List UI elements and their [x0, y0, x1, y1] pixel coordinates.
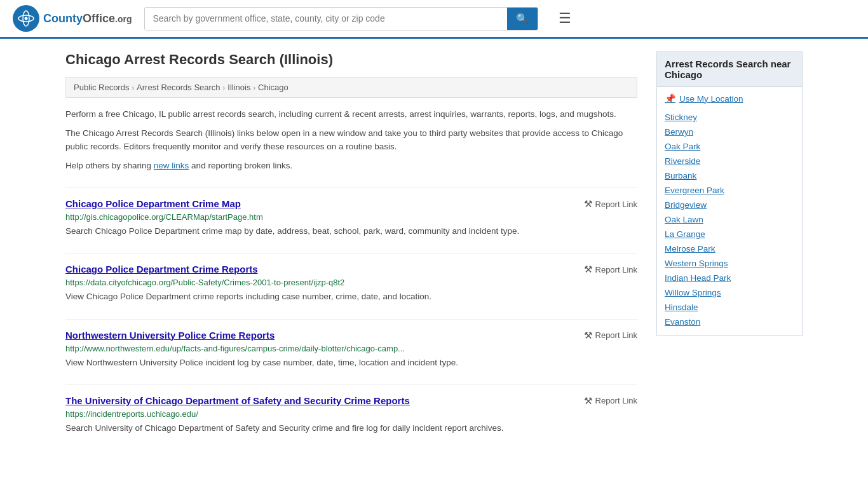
report-link-2[interactable]: ⚒ Report Link [584, 264, 637, 275]
result-url-link-3[interactable]: http://www.northwestern.edu/up/facts-and… [65, 344, 405, 353]
result-desc-1: Search Chicago Police Department crime m… [65, 225, 637, 238]
result-item-4: The University of Chicago Department of … [65, 384, 637, 435]
result-title-1[interactable]: Chicago Police Department Crime Map [65, 198, 241, 209]
sidebar-link-oak-lawn[interactable]: Oak Lawn [665, 212, 794, 227]
sidebar-link-evergreen-park[interactable]: Evergreen Park [665, 183, 794, 198]
sidebar-link-bridgeview[interactable]: Bridgeview [665, 198, 794, 212]
breadcrumb-arrest-records[interactable]: Arrest Records Search [137, 83, 220, 92]
breadcrumb-illinois[interactable]: Illinois [227, 83, 250, 92]
result-item-1: Chicago Police Department Crime Map ⚒ Re… [65, 187, 637, 238]
sidebar-link-stickney[interactable]: Stickney [665, 110, 794, 125]
breadcrumb-sep-3: › [253, 84, 255, 92]
logo-icon [13, 5, 39, 32]
sidebar-link-western-springs[interactable]: Western Springs [665, 256, 794, 271]
report-link-1[interactable]: ⚒ Report Link [584, 198, 637, 210]
sidebar-body: 📌 Use My Location Stickney Berwyn Oak Pa… [656, 87, 803, 336]
content-area: Chicago Arrest Records Search (Illinois)… [65, 51, 637, 435]
report-link-icon-3: ⚒ [584, 330, 592, 341]
result-url-1: http://gis.chicagopolice.org/CLEARMap/st… [65, 212, 637, 222]
search-input[interactable] [145, 8, 507, 30]
logo-text: CountyOffice.org [43, 12, 132, 25]
result-url-3: http://www.northwestern.edu/up/facts-and… [65, 344, 637, 353]
result-url-link-1[interactable]: http://gis.chicagopolice.org/CLEARMap/st… [65, 212, 263, 222]
report-link-4[interactable]: ⚒ Report Link [584, 395, 637, 407]
logo-link[interactable]: CountyOffice.org [13, 5, 132, 32]
breadcrumb-public-records[interactable]: Public Records [74, 83, 129, 92]
sidebar-link-la-grange[interactable]: La Grange [665, 227, 794, 241]
site-header: CountyOffice.org 🔍 ☰ [0, 0, 868, 39]
result-title-3[interactable]: Northwestern University Police Crime Rep… [65, 330, 275, 341]
result-url-2: https://data.cityofchicago.org/Public-Sa… [65, 278, 637, 287]
sidebar-link-burbank[interactable]: Burbank [665, 168, 794, 183]
sidebar-link-indian-head-park[interactable]: Indian Head Park [665, 271, 794, 285]
location-pin-icon: 📌 [665, 93, 675, 104]
result-url-link-2[interactable]: https://data.cityofchicago.org/Public-Sa… [65, 278, 344, 287]
result-item-3: Northwestern University Police Crime Rep… [65, 319, 637, 369]
description-2: The Chicago Arrest Records Search (Illin… [65, 127, 637, 153]
sidebar-link-melrose-park[interactable]: Melrose Park [665, 241, 794, 256]
sidebar-link-berwyn[interactable]: Berwyn [665, 125, 794, 139]
result-url-link-4[interactable]: https://incidentreports.uchicago.edu/ [65, 409, 198, 419]
sidebar-link-hinsdale[interactable]: Hinsdale [665, 300, 794, 315]
use-my-location-link[interactable]: 📌 Use My Location [665, 93, 794, 104]
result-title-4[interactable]: The University of Chicago Department of … [65, 395, 410, 406]
report-link-icon-1: ⚒ [584, 198, 592, 210]
main-wrapper: Chicago Arrest Records Search (Illinois)… [53, 39, 815, 447]
result-header-3: Northwestern University Police Crime Rep… [65, 330, 637, 341]
sidebar-link-oak-park[interactable]: Oak Park [665, 139, 794, 154]
report-link-icon-2: ⚒ [584, 264, 592, 275]
result-header-1: Chicago Police Department Crime Map ⚒ Re… [65, 198, 637, 210]
menu-icon[interactable]: ☰ [556, 8, 574, 29]
description-1: Perform a free Chicago, IL public arrest… [65, 108, 637, 121]
search-button[interactable]: 🔍 [507, 8, 538, 30]
sidebar-link-evanston[interactable]: Evanston [665, 315, 794, 329]
sidebar: Arrest Records Search near Chicago 📌 Use… [656, 51, 803, 435]
breadcrumb-sep-2: › [223, 84, 226, 92]
result-url-4: https://incidentreports.uchicago.edu/ [65, 409, 637, 419]
sidebar-header: Arrest Records Search near Chicago [656, 51, 803, 87]
result-item-2: Chicago Police Department Crime Reports … [65, 253, 637, 303]
new-links-link[interactable]: new links [154, 161, 189, 170]
sidebar-link-willow-springs[interactable]: Willow Springs [665, 285, 794, 300]
result-desc-2: View Chicago Police Department crime rep… [65, 290, 637, 303]
breadcrumb-sep-1: › [132, 84, 134, 92]
description-3: Help others by sharing new links and rep… [65, 159, 637, 172]
result-desc-3: View Northwestern University Police inci… [65, 356, 637, 369]
result-desc-4: Search University of Chicago Department … [65, 422, 637, 435]
report-link-3[interactable]: ⚒ Report Link [584, 330, 637, 341]
svg-point-3 [25, 17, 28, 20]
page-title: Chicago Arrest Records Search (Illinois) [65, 51, 637, 68]
breadcrumb-chicago[interactable]: Chicago [258, 83, 288, 92]
result-header-4: The University of Chicago Department of … [65, 395, 637, 407]
result-title-2[interactable]: Chicago Police Department Crime Reports [65, 264, 258, 274]
breadcrumb: Public Records › Arrest Records Search ›… [65, 77, 637, 98]
sidebar-link-riverside[interactable]: Riverside [665, 154, 794, 168]
result-header-2: Chicago Police Department Crime Reports … [65, 264, 637, 275]
report-link-icon-4: ⚒ [584, 395, 592, 407]
search-bar: 🔍 [144, 7, 538, 30]
